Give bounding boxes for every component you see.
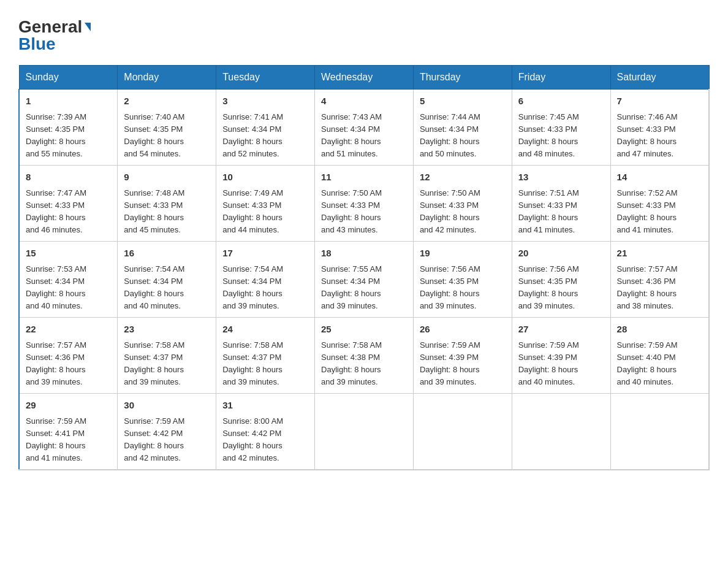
day-info: Sunrise: 7:47 AMSunset: 4:33 PMDaylight:…: [26, 187, 111, 237]
day-number: 7: [617, 94, 702, 109]
calendar-cell: 19Sunrise: 7:56 AMSunset: 4:35 PMDayligh…: [413, 242, 512, 318]
weekday-header-monday: Monday: [118, 66, 216, 90]
day-number: 17: [222, 247, 308, 261]
calendar-cell: 25Sunrise: 7:58 AMSunset: 4:38 PMDayligh…: [315, 318, 414, 394]
calendar-cell: 10Sunrise: 7:49 AMSunset: 4:33 PMDayligh…: [216, 166, 315, 242]
day-info: Sunrise: 7:46 AMSunset: 4:33 PMDaylight:…: [617, 111, 702, 161]
weekday-header-sunday: Sunday: [19, 66, 118, 90]
calendar-cell: 31Sunrise: 8:00 AMSunset: 4:42 PMDayligh…: [216, 394, 315, 470]
day-number: 21: [617, 247, 702, 261]
day-number: 26: [420, 323, 506, 337]
calendar-cell: 30Sunrise: 7:59 AMSunset: 4:42 PMDayligh…: [118, 394, 216, 470]
week-row-4: 22Sunrise: 7:57 AMSunset: 4:36 PMDayligh…: [19, 318, 709, 394]
day-number: 1: [26, 94, 111, 109]
calendar-cell: 14Sunrise: 7:52 AMSunset: 4:33 PMDayligh…: [610, 166, 709, 242]
weekday-header-thursday: Thursday: [413, 66, 512, 90]
calendar-cell: 24Sunrise: 7:58 AMSunset: 4:37 PMDayligh…: [216, 318, 315, 394]
day-info: Sunrise: 7:58 AMSunset: 4:38 PMDaylight:…: [321, 339, 407, 389]
day-info: Sunrise: 7:41 AMSunset: 4:34 PMDaylight:…: [222, 111, 308, 161]
day-number: 3: [222, 94, 308, 109]
weekday-header-tuesday: Tuesday: [216, 66, 315, 90]
day-number: 9: [124, 170, 210, 185]
day-number: 14: [617, 170, 702, 185]
day-number: 8: [26, 170, 111, 185]
calendar-cell: 2Sunrise: 7:40 AMSunset: 4:35 PMDaylight…: [118, 90, 216, 166]
day-number: 5: [420, 94, 506, 109]
day-info: Sunrise: 8:00 AMSunset: 4:42 PMDaylight:…: [222, 415, 308, 465]
day-info: Sunrise: 7:48 AMSunset: 4:33 PMDaylight:…: [124, 187, 210, 237]
weekday-header-wednesday: Wednesday: [315, 66, 414, 90]
day-info: Sunrise: 7:51 AMSunset: 4:33 PMDaylight:…: [518, 187, 604, 237]
day-info: Sunrise: 7:54 AMSunset: 4:34 PMDaylight:…: [124, 263, 210, 313]
calendar-cell: 7Sunrise: 7:46 AMSunset: 4:33 PMDaylight…: [610, 90, 709, 166]
calendar-cell: 4Sunrise: 7:43 AMSunset: 4:34 PMDaylight…: [315, 90, 414, 166]
calendar-cell: 6Sunrise: 7:45 AMSunset: 4:33 PMDaylight…: [512, 90, 610, 166]
logo-blue-text: Blue: [18, 36, 56, 53]
day-number: 13: [518, 170, 604, 185]
week-row-2: 8Sunrise: 7:47 AMSunset: 4:33 PMDaylight…: [19, 166, 709, 242]
calendar-cell: 5Sunrise: 7:44 AMSunset: 4:34 PMDaylight…: [413, 90, 512, 166]
calendar-cell: 29Sunrise: 7:59 AMSunset: 4:41 PMDayligh…: [19, 394, 118, 470]
week-row-3: 15Sunrise: 7:53 AMSunset: 4:34 PMDayligh…: [19, 242, 709, 318]
day-info: Sunrise: 7:59 AMSunset: 4:40 PMDaylight:…: [617, 339, 702, 389]
calendar-cell: 3Sunrise: 7:41 AMSunset: 4:34 PMDaylight…: [216, 90, 315, 166]
day-number: 12: [420, 170, 506, 185]
calendar-cell: 23Sunrise: 7:58 AMSunset: 4:37 PMDayligh…: [118, 318, 216, 394]
day-number: 25: [321, 323, 407, 337]
calendar-table: SundayMondayTuesdayWednesdayThursdayFrid…: [18, 65, 710, 470]
weekday-header-saturday: Saturday: [610, 66, 709, 90]
calendar-cell: 15Sunrise: 7:53 AMSunset: 4:34 PMDayligh…: [19, 242, 118, 318]
day-info: Sunrise: 7:50 AMSunset: 4:33 PMDaylight:…: [321, 187, 407, 237]
day-number: 23: [124, 323, 210, 337]
day-number: 6: [518, 94, 604, 109]
calendar-cell: 1Sunrise: 7:39 AMSunset: 4:35 PMDaylight…: [19, 90, 118, 166]
day-info: Sunrise: 7:52 AMSunset: 4:33 PMDaylight:…: [617, 187, 702, 237]
calendar-cell: 22Sunrise: 7:57 AMSunset: 4:36 PMDayligh…: [19, 318, 118, 394]
day-number: 18: [321, 247, 407, 261]
weekday-header-row: SundayMondayTuesdayWednesdayThursdayFrid…: [19, 66, 709, 90]
day-number: 4: [321, 94, 407, 109]
day-info: Sunrise: 7:59 AMSunset: 4:42 PMDaylight:…: [124, 415, 210, 465]
calendar-cell: 11Sunrise: 7:50 AMSunset: 4:33 PMDayligh…: [315, 166, 414, 242]
day-info: Sunrise: 7:50 AMSunset: 4:33 PMDaylight:…: [420, 187, 506, 237]
calendar-cell: [315, 394, 414, 470]
weekday-header-friday: Friday: [512, 66, 610, 90]
day-info: Sunrise: 7:45 AMSunset: 4:33 PMDaylight:…: [518, 111, 604, 161]
day-info: Sunrise: 7:59 AMSunset: 4:39 PMDaylight:…: [420, 339, 506, 389]
day-info: Sunrise: 7:43 AMSunset: 4:34 PMDaylight:…: [321, 111, 407, 161]
day-info: Sunrise: 7:58 AMSunset: 4:37 PMDaylight:…: [124, 339, 210, 389]
calendar-cell: 26Sunrise: 7:59 AMSunset: 4:39 PMDayligh…: [413, 318, 512, 394]
logo-general-text: General: [18, 18, 82, 36]
day-info: Sunrise: 7:58 AMSunset: 4:37 PMDaylight:…: [222, 339, 308, 389]
calendar-cell: 28Sunrise: 7:59 AMSunset: 4:40 PMDayligh…: [610, 318, 709, 394]
day-number: 28: [617, 323, 702, 337]
calendar-cell: [413, 394, 512, 470]
day-info: Sunrise: 7:55 AMSunset: 4:34 PMDaylight:…: [321, 263, 407, 313]
calendar-cell: 18Sunrise: 7:55 AMSunset: 4:34 PMDayligh…: [315, 242, 414, 318]
day-info: Sunrise: 7:57 AMSunset: 4:36 PMDaylight:…: [617, 263, 702, 313]
day-number: 22: [26, 323, 111, 337]
calendar-cell: 13Sunrise: 7:51 AMSunset: 4:33 PMDayligh…: [512, 166, 610, 242]
day-info: Sunrise: 7:56 AMSunset: 4:35 PMDaylight:…: [420, 263, 506, 313]
day-number: 20: [518, 247, 604, 261]
day-number: 30: [124, 399, 210, 413]
logo: General Blue: [18, 18, 91, 53]
day-number: 27: [518, 323, 604, 337]
calendar-cell: 12Sunrise: 7:50 AMSunset: 4:33 PMDayligh…: [413, 166, 512, 242]
day-number: 31: [222, 399, 308, 413]
header: General Blue: [18, 18, 710, 53]
calendar-cell: 17Sunrise: 7:54 AMSunset: 4:34 PMDayligh…: [216, 242, 315, 318]
day-info: Sunrise: 7:53 AMSunset: 4:34 PMDaylight:…: [26, 263, 111, 313]
week-row-5: 29Sunrise: 7:59 AMSunset: 4:41 PMDayligh…: [19, 394, 709, 470]
day-info: Sunrise: 7:54 AMSunset: 4:34 PMDaylight:…: [222, 263, 308, 313]
day-info: Sunrise: 7:49 AMSunset: 4:33 PMDaylight:…: [222, 187, 308, 237]
calendar-cell: 20Sunrise: 7:56 AMSunset: 4:35 PMDayligh…: [512, 242, 610, 318]
day-number: 19: [420, 247, 506, 261]
day-number: 2: [124, 94, 210, 109]
calendar-cell: 27Sunrise: 7:59 AMSunset: 4:39 PMDayligh…: [512, 318, 610, 394]
day-number: 16: [124, 247, 210, 261]
calendar-cell: 16Sunrise: 7:54 AMSunset: 4:34 PMDayligh…: [118, 242, 216, 318]
day-number: 10: [222, 170, 308, 185]
day-info: Sunrise: 7:56 AMSunset: 4:35 PMDaylight:…: [518, 263, 604, 313]
calendar-cell: [512, 394, 610, 470]
